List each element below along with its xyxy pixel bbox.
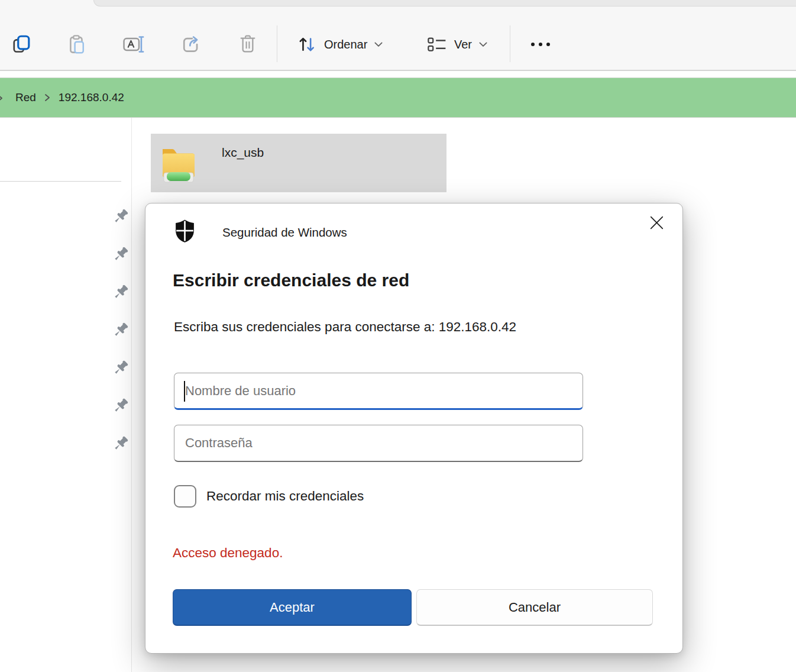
toolbar-divider — [510, 25, 510, 62]
remember-credentials-label: Recordar mis credenciales — [206, 489, 364, 504]
sort-label: Ordenar — [324, 38, 367, 51]
pin-icon[interactable] — [112, 322, 129, 338]
sidebar-pinned-indicators — [112, 208, 131, 473]
pin-icon[interactable] — [112, 208, 129, 225]
more-icon — [529, 41, 552, 48]
delete-icon — [238, 34, 258, 54]
delete-button[interactable] — [232, 29, 263, 60]
file-row-lxc-usb[interactable]: lxc_usb — [151, 134, 446, 192]
chevron-down-icon — [374, 42, 383, 47]
breadcrumb-chevron-icon — [41, 93, 54, 102]
close-icon — [650, 216, 664, 230]
view-button[interactable]: Ver — [421, 27, 493, 62]
more-options-button[interactable] — [525, 29, 556, 60]
dialog-app-title: Seguridad de Windows — [222, 225, 347, 240]
sort-icon — [297, 34, 317, 54]
pin-icon[interactable] — [112, 398, 129, 414]
file-name: lxc_usb — [222, 146, 264, 160]
pin-icon[interactable] — [112, 284, 129, 301]
cancel-button[interactable]: Cancelar — [416, 589, 653, 626]
network-folder-icon — [159, 142, 198, 185]
pin-icon[interactable] — [112, 435, 129, 452]
copy-button[interactable] — [7, 29, 37, 60]
paste-button[interactable] — [62, 29, 92, 60]
breadcrumb-item-host[interactable]: 192.168.0.42 — [54, 88, 129, 108]
paste-icon — [67, 34, 86, 54]
sort-button[interactable]: Ordenar — [291, 27, 389, 62]
rename-icon — [123, 35, 145, 54]
close-button[interactable] — [643, 209, 669, 235]
toolbar-divider — [277, 25, 277, 62]
rename-button[interactable] — [119, 29, 150, 60]
copy-icon — [12, 35, 32, 54]
pin-icon[interactable] — [112, 246, 129, 263]
windows-security-dialog: Seguridad de Windows Escribir credencial… — [145, 203, 683, 654]
error-message: Acceso denegado. — [173, 545, 283, 561]
tab-strip — [0, 0, 796, 7]
remember-credentials-checkbox[interactable] — [174, 485, 196, 508]
chevron-down-icon — [479, 42, 487, 47]
text-caret — [184, 381, 185, 402]
view-label: Ver — [454, 38, 472, 51]
password-input[interactable] — [174, 425, 583, 462]
share-button[interactable] — [175, 29, 206, 60]
breadcrumb-item-red[interactable]: Red — [11, 88, 41, 108]
breadcrumb-chevron-icon — [0, 93, 4, 103]
tab-bar-background — [93, 0, 796, 7]
pin-icon[interactable] — [112, 360, 129, 376]
dialog-subtitle: Escriba sus credenciales para conectarse… — [174, 319, 516, 335]
dialog-title: Escribir credenciales de red — [173, 270, 409, 290]
navigation-pane-divider — [131, 118, 132, 672]
view-icon — [427, 36, 447, 53]
username-input[interactable] — [174, 373, 583, 410]
accept-button[interactable]: Aceptar — [173, 589, 412, 626]
share-icon — [180, 34, 200, 54]
address-bar[interactable]: Red 192.168.0.42 — [0, 77, 796, 118]
windows-security-shield-icon — [174, 219, 196, 243]
sidebar-section-divider — [0, 181, 121, 182]
toolbar: Ordenar Ver — [0, 7, 796, 71]
